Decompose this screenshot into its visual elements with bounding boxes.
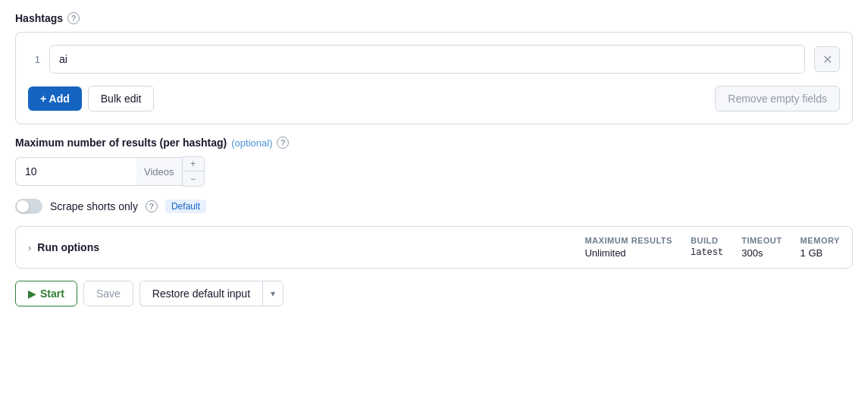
hashtags-section: Hashtags ? 1 ✕ + Add Bulk edit Remove em…: [15, 12, 853, 124]
max-results-input[interactable]: [15, 157, 136, 186]
number-input-row: Videos + −: [15, 156, 853, 187]
scrape-shorts-row: Scrape shorts only ? Default: [15, 199, 853, 214]
stat-memory-header: MEMORY: [801, 236, 840, 245]
hashtags-container: 1 ✕ + Add Bulk edit Remove empty fields: [15, 32, 853, 124]
hashtag-input-1[interactable]: [49, 45, 805, 74]
play-icon: ▶: [28, 288, 36, 300]
restore-default-button[interactable]: Restore default input: [139, 281, 262, 306]
bulk-edit-button[interactable]: Bulk edit: [88, 86, 155, 112]
max-results-label: Maximum number of results (per hashtag) …: [15, 137, 853, 149]
scrape-shorts-label: Scrape shorts only: [50, 200, 138, 212]
remove-empty-fields-button[interactable]: Remove empty fields: [715, 86, 840, 112]
save-button[interactable]: Save: [83, 281, 133, 306]
toggle-knob: [17, 200, 29, 212]
close-icon: ✕: [823, 52, 832, 67]
run-options-left: › Run options: [28, 241, 584, 253]
chevron-down-icon: ▾: [271, 288, 275, 299]
restore-dropdown-button[interactable]: ▾: [262, 281, 284, 306]
unit-label: Videos: [136, 157, 182, 186]
stepper-up-button[interactable]: +: [183, 157, 204, 171]
add-button[interactable]: + Add: [28, 86, 82, 111]
max-results-help-icon[interactable]: ?: [277, 137, 289, 149]
stat-build-value: latest: [691, 247, 723, 258]
stat-timeout-value: 300s: [741, 247, 782, 259]
stat-memory: MEMORY 1 GB: [801, 236, 840, 259]
scrape-shorts-toggle[interactable]: [15, 199, 42, 214]
stepper-down-icon: −: [190, 174, 196, 184]
start-button-label: Start: [40, 288, 64, 300]
start-button[interactable]: ▶ Start: [15, 281, 77, 306]
stepper-down-button[interactable]: −: [183, 171, 204, 186]
restore-btn-group: Restore default input ▾: [139, 281, 284, 306]
hashtags-help-icon[interactable]: ?: [67, 12, 80, 24]
scrape-shorts-help-icon[interactable]: ?: [146, 200, 158, 212]
stat-build-header: BUILD: [691, 236, 723, 245]
chevron-right-icon: ›: [28, 242, 31, 253]
default-badge: Default: [165, 200, 206, 213]
remove-row-1-button[interactable]: ✕: [814, 46, 840, 72]
stat-max-results: MAXIMUM RESULTS Unlimited: [584, 236, 672, 259]
stat-max-results-header: MAXIMUM RESULTS: [584, 236, 672, 245]
stat-timeout: TIMEOUT 300s: [741, 236, 782, 259]
stat-memory-value: 1 GB: [801, 247, 840, 259]
stepper: + −: [182, 156, 205, 187]
run-options-stats: MAXIMUM RESULTS Unlimited BUILD latest T…: [584, 236, 840, 259]
hashtags-footer: + Add Bulk edit Remove empty fields: [28, 86, 840, 112]
max-results-title-text: Maximum number of results (per hashtag): [15, 137, 227, 149]
hashtag-row-1: 1 ✕: [28, 45, 840, 74]
run-options-title: Run options: [37, 241, 99, 253]
optional-label: (optional): [231, 137, 272, 149]
stepper-up-icon: +: [190, 159, 196, 168]
row-number-1: 1: [28, 54, 40, 65]
max-results-section: Maximum number of results (per hashtag) …: [15, 137, 853, 187]
stat-timeout-header: TIMEOUT: [741, 236, 782, 245]
hashtags-title-text: Hashtags: [15, 12, 63, 24]
stat-build: BUILD latest: [691, 236, 723, 258]
hashtags-label: Hashtags ?: [15, 12, 853, 24]
stat-max-results-value: Unlimited: [584, 247, 672, 259]
run-options-row[interactable]: › Run options MAXIMUM RESULTS Unlimited …: [15, 226, 853, 269]
bottom-bar: ▶ Start Save Restore default input ▾: [15, 281, 853, 306]
